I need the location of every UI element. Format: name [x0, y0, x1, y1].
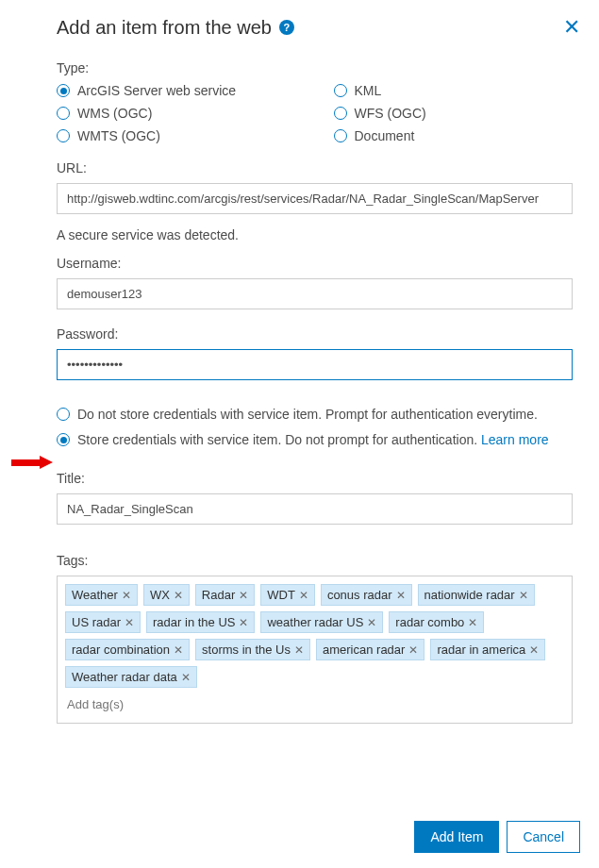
- credentials-nostore-label: Do not store credentials with service it…: [77, 405, 573, 425]
- learn-more-link[interactable]: Learn more: [481, 432, 549, 447]
- tag-remove-icon[interactable]: ✕: [181, 671, 191, 684]
- dialog-title: Add an item from the web ?: [57, 17, 294, 39]
- tag-chip: american radar✕: [316, 639, 424, 660]
- tag-chip: radar combo✕: [389, 611, 484, 633]
- radio-label: Document: [355, 128, 415, 143]
- radio-icon: [334, 84, 347, 97]
- radio-icon: [334, 129, 347, 142]
- tags-box[interactable]: Weather✕WX✕Radar✕WDT✕conus radar✕nationw…: [57, 576, 573, 724]
- type-wfs[interactable]: WFS (OGC): [334, 106, 574, 121]
- credentials-store-text: Store credentials with service item. Do …: [77, 432, 481, 447]
- tag-remove-icon[interactable]: ✕: [294, 643, 304, 657]
- tag-chip: Radar✕: [195, 584, 255, 606]
- tag-chip: radar combination✕: [65, 639, 190, 660]
- tag-remove-icon[interactable]: ✕: [122, 589, 131, 602]
- tag-remove-icon[interactable]: ✕: [396, 589, 406, 602]
- tag-remove-icon[interactable]: ✕: [468, 616, 477, 629]
- type-options: ArcGIS Server web serviceKMLWMS (OGC)WFS…: [57, 83, 573, 143]
- tag-text: radar combo: [395, 615, 464, 629]
- credentials-option-nostore[interactable]: Do not store credentials with service it…: [57, 405, 573, 425]
- tag-chip: WDT✕: [260, 584, 315, 606]
- tag-text: radar in the US: [153, 615, 235, 629]
- type-label: Type:: [57, 60, 573, 75]
- tag-chip: weather radar US✕: [260, 611, 383, 633]
- help-icon[interactable]: ?: [279, 20, 294, 35]
- tag-remove-icon[interactable]: ✕: [125, 616, 134, 629]
- tag-remove-icon[interactable]: ✕: [367, 616, 376, 629]
- radio-label: KML: [355, 83, 382, 98]
- password-input[interactable]: [57, 349, 573, 380]
- dialog-title-text: Add an item from the web: [57, 17, 272, 39]
- url-label: URL:: [57, 160, 573, 175]
- username-input[interactable]: [57, 278, 573, 309]
- radio-icon: [334, 107, 347, 120]
- tag-text: radar in america: [437, 643, 525, 657]
- tag-chip: nationwide radar✕: [418, 584, 535, 606]
- cancel-button[interactable]: Cancel: [507, 821, 580, 853]
- add-item-dialog: Add an item from the web ? ✕ Type: ArcGI…: [0, 0, 599, 868]
- type-wms[interactable]: WMS (OGC): [57, 106, 296, 121]
- tag-remove-icon[interactable]: ✕: [519, 589, 528, 602]
- tag-text: Weather radar data: [72, 670, 177, 684]
- tag-chip: storms in the Us✕: [195, 639, 310, 660]
- tag-chip: Weather radar data✕: [65, 666, 197, 688]
- tag-chip: WX✕: [143, 584, 190, 606]
- secure-service-message: A secure service was detected.: [57, 227, 573, 242]
- radio-label: WMS (OGC): [77, 106, 152, 121]
- tag-text: weather radar US: [267, 615, 363, 629]
- radio-icon: [57, 408, 70, 421]
- tags-input[interactable]: [65, 693, 564, 715]
- password-label: Password:: [57, 326, 573, 342]
- dialog-footer: Add Item Cancel: [57, 798, 580, 853]
- radio-icon: [57, 129, 70, 142]
- radio-label: WFS (OGC): [355, 106, 426, 121]
- tag-text: US radar: [72, 615, 121, 629]
- close-icon[interactable]: ✕: [563, 15, 580, 40]
- tag-text: Weather: [72, 588, 118, 602]
- tag-chip: Weather✕: [65, 584, 138, 606]
- radio-label: ArcGIS Server web service: [77, 83, 236, 98]
- type-kml[interactable]: KML: [334, 83, 574, 98]
- tag-chip: US radar✕: [65, 611, 141, 633]
- dialog-content: Type: ArcGIS Server web serviceKMLWMS (O…: [57, 57, 580, 798]
- tag-chip: radar in the US✕: [146, 611, 255, 633]
- credentials-store-label: Store credentials with service item. Do …: [77, 430, 573, 450]
- tag-chip: radar in america✕: [430, 639, 545, 660]
- tags-wrap: Weather✕WX✕Radar✕WDT✕conus radar✕nationw…: [65, 584, 564, 688]
- title-label: Title:: [57, 471, 573, 486]
- username-label: Username:: [57, 256, 573, 271]
- type-wmts[interactable]: WMTS (OGC): [57, 128, 296, 143]
- tag-text: american radar: [323, 643, 405, 657]
- tag-text: nationwide radar: [424, 588, 515, 602]
- tag-text: storms in the Us: [202, 643, 291, 657]
- type-document[interactable]: Document: [334, 128, 574, 143]
- radio-label: WMTS (OGC): [77, 128, 160, 143]
- credentials-option-store[interactable]: Store credentials with service item. Do …: [57, 430, 573, 450]
- tag-text: WX: [150, 588, 170, 602]
- tag-remove-icon[interactable]: ✕: [408, 643, 418, 657]
- tag-text: Radar: [202, 588, 235, 602]
- radio-icon: [57, 433, 70, 446]
- tag-remove-icon[interactable]: ✕: [239, 589, 248, 602]
- title-input[interactable]: [57, 493, 573, 525]
- radio-icon: [57, 84, 70, 97]
- annotation-arrow: [11, 456, 53, 469]
- tag-remove-icon[interactable]: ✕: [529, 643, 539, 657]
- tag-text: WDT: [267, 588, 295, 602]
- type-arcgis-server[interactable]: ArcGIS Server web service: [57, 83, 296, 98]
- radio-icon: [57, 107, 70, 120]
- url-input[interactable]: [57, 183, 573, 214]
- tag-remove-icon[interactable]: ✕: [174, 589, 183, 602]
- tags-label: Tags:: [57, 553, 573, 568]
- tag-text: conus radar: [327, 588, 392, 602]
- tag-remove-icon[interactable]: ✕: [174, 643, 183, 657]
- add-item-button[interactable]: Add Item: [414, 821, 499, 853]
- tag-remove-icon[interactable]: ✕: [239, 616, 248, 629]
- dialog-header: Add an item from the web ? ✕: [57, 15, 580, 40]
- tag-remove-icon[interactable]: ✕: [299, 589, 308, 602]
- tag-chip: conus radar✕: [321, 584, 412, 606]
- tag-text: radar combination: [72, 643, 170, 657]
